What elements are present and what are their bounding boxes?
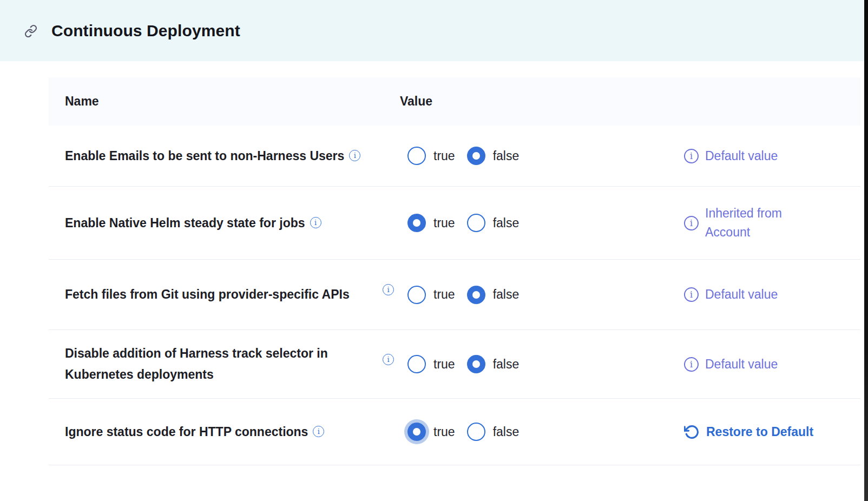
status-cell: Restore to Default: [668, 423, 860, 441]
setting-name: Ignore status code for HTTP connections: [65, 425, 308, 439]
page: { "header": { "title": "Continuous Deplo…: [0, 0, 868, 501]
table-row: Disable addition of Harness track select…: [49, 330, 860, 399]
info-icon[interactable]: i: [310, 217, 321, 228]
info-icon[interactable]: i: [383, 284, 394, 295]
setting-value-cell: i true false: [379, 214, 668, 232]
setting-name: Enable Emails to be sent to non-Harness …: [65, 149, 344, 163]
radio-false-control: [467, 147, 485, 165]
table-row: Ignore status code for HTTP connectionsi…: [49, 399, 860, 465]
table-header-row: Name Value: [49, 77, 860, 126]
restore-icon[interactable]: [684, 424, 700, 440]
info-icon[interactable]: i: [684, 287, 699, 302]
radio-false-label: false: [493, 357, 520, 372]
value-info-slot: i: [379, 289, 407, 300]
table-row: Fetch files from Git using provider-spec…: [49, 260, 860, 330]
radio-option-true[interactable]: true: [407, 423, 455, 441]
value-info-slot: i: [379, 150, 407, 162]
page-title: Continuous Deployment: [51, 22, 240, 40]
info-icon[interactable]: i: [684, 357, 699, 372]
setting-name: Fetch files from Git using provider-spec…: [65, 287, 350, 301]
radio-option-false[interactable]: false: [467, 286, 520, 304]
setting-value-cell: i true false: [379, 355, 668, 373]
setting-value-cell: i true false: [379, 286, 668, 304]
radio-option-true[interactable]: true: [407, 214, 455, 232]
status-cell: i Default value: [668, 147, 860, 166]
radio-false-label: false: [493, 216, 520, 230]
radio-true-label: true: [433, 357, 455, 372]
radio-true-control: [407, 423, 426, 441]
radio-true-label: true: [433, 287, 455, 302]
radio-false-control: [467, 286, 485, 304]
setting-name: Disable addition of Harness track select…: [65, 346, 328, 381]
setting-name-cell: Enable Native Helm steady state for jobs…: [49, 213, 379, 234]
table-row: Enable Native Helm steady state for jobs…: [49, 187, 860, 260]
radio-option-true[interactable]: true: [407, 355, 455, 373]
header-band: Continuous Deployment: [0, 0, 868, 61]
settings-table: Name Value Enable Emails to be sent to n…: [49, 77, 860, 465]
column-header-value: Value: [379, 94, 668, 109]
setting-value-cell: i true false: [379, 147, 668, 165]
status-label: Default value: [705, 147, 778, 166]
radio-false-label: false: [493, 425, 520, 439]
radio-false-control: [467, 214, 485, 232]
value-info-slot: i: [379, 426, 407, 438]
column-header-name: Name: [49, 94, 379, 109]
info-icon[interactable]: i: [383, 354, 394, 365]
radio-true-control: [407, 355, 426, 373]
table-body: Enable Emails to be sent to non-Harness …: [49, 126, 860, 465]
value-info-slot: i: [379, 217, 407, 229]
radio-false-label: false: [493, 287, 520, 302]
info-icon[interactable]: i: [684, 149, 699, 163]
radio-true-control: [407, 147, 426, 165]
radio-false-control: [467, 423, 485, 441]
radio-option-false[interactable]: false: [467, 355, 520, 373]
radio-false-control: [467, 355, 485, 373]
radio-true-control: [407, 286, 426, 304]
status-cell: i Inherited from Account: [668, 204, 860, 242]
setting-name: Enable Native Helm steady state for jobs: [65, 216, 305, 230]
status-label[interactable]: Restore to Default: [706, 423, 813, 441]
setting-name-cell: Ignore status code for HTTP connectionsi: [49, 421, 379, 443]
radio-option-false[interactable]: false: [467, 147, 520, 165]
status-cell: i Default value: [668, 285, 860, 304]
radio-option-false[interactable]: false: [467, 214, 520, 232]
info-icon[interactable]: i: [684, 216, 699, 230]
radio-option-true[interactable]: true: [407, 147, 455, 165]
setting-name-cell: Disable addition of Harness track select…: [49, 343, 379, 385]
status-label: Default value: [705, 355, 778, 374]
status-cell: i Default value: [668, 355, 860, 374]
radio-false-label: false: [493, 149, 520, 163]
radio-option-true[interactable]: true: [407, 286, 455, 304]
setting-name-cell: Fetch files from Git using provider-spec…: [49, 284, 379, 305]
link-icon[interactable]: [24, 24, 37, 37]
radio-true-label: true: [433, 149, 455, 163]
radio-true-label: true: [433, 425, 455, 439]
info-icon[interactable]: i: [349, 150, 360, 161]
status-label: Default value: [705, 285, 778, 304]
status-label: Inherited from Account: [705, 204, 820, 242]
setting-name-cell: Enable Emails to be sent to non-Harness …: [49, 146, 379, 167]
info-icon[interactable]: i: [313, 426, 324, 437]
radio-true-label: true: [433, 216, 455, 230]
page-edge: [864, 0, 868, 501]
table-row: Enable Emails to be sent to non-Harness …: [49, 126, 860, 187]
setting-value-cell: i true false: [379, 423, 668, 441]
radio-true-control: [407, 214, 426, 232]
value-info-slot: i: [379, 359, 407, 370]
radio-option-false[interactable]: false: [467, 423, 520, 441]
